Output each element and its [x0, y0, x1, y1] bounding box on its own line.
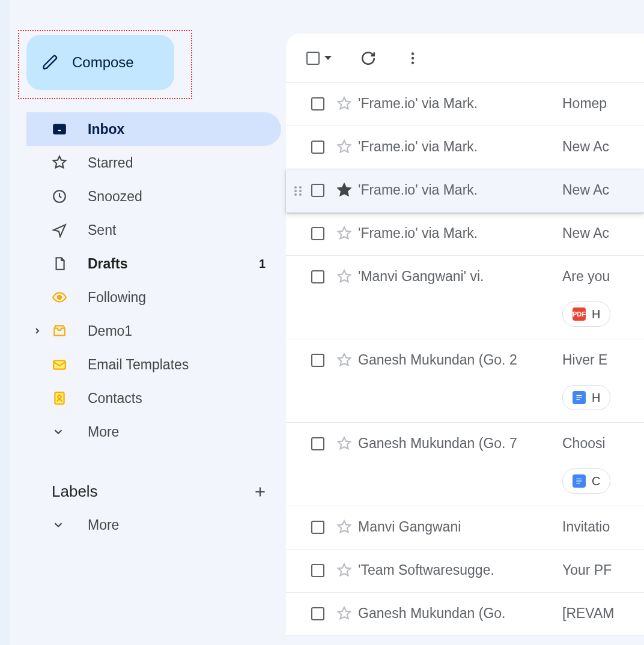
svg-point-21	[294, 186, 297, 189]
sidebar-item-label: Following	[88, 289, 146, 306]
row-checkbox[interactable]	[305, 562, 330, 577]
star-button[interactable]	[330, 138, 358, 155]
clock-icon	[52, 189, 76, 204]
thread-count: 7	[509, 435, 517, 451]
sidebar-item-demo1[interactable]: Demo1	[26, 314, 281, 348]
refresh-button[interactable]	[360, 50, 376, 66]
email-subject: Your PF	[562, 562, 612, 578]
email-row[interactable]: 'Frame.io' via Mark. New Ac	[286, 169, 644, 213]
labels-more[interactable]: More	[26, 508, 281, 542]
star-button[interactable]	[330, 435, 358, 452]
star-button[interactable]	[330, 225, 358, 241]
send-icon	[52, 222, 76, 238]
sidebar-item-label: Inbox	[88, 121, 124, 138]
attachment-chip[interactable]: C	[562, 468, 610, 494]
compose-label: Compose	[72, 54, 134, 71]
star-button[interactable]	[330, 95, 358, 112]
doc-icon	[573, 391, 586, 404]
email-subject: Choosi	[562, 435, 610, 452]
row-checkbox[interactable]	[305, 225, 330, 240]
row-checkbox[interactable]	[305, 181, 330, 197]
svg-rect-45	[576, 395, 582, 396]
sidebar-item-count: 1	[259, 257, 266, 271]
attachment-label: C	[592, 474, 600, 488]
email-sender: 'Frame.io' via Mark.	[358, 95, 562, 112]
file-icon	[52, 256, 76, 271]
row-checkbox[interactable]	[305, 435, 330, 450]
attachment-label: H	[592, 391, 600, 405]
email-subject: New Ac	[562, 138, 609, 155]
email-sender: Manvi Gangwani	[358, 518, 562, 535]
email-row[interactable]: 'Manvi Gangwani' vi. Are you PDFH	[286, 256, 644, 339]
sidebar-item-inbox[interactable]: Inbox	[26, 112, 281, 146]
sidebar-item-label: Email Templates	[88, 357, 189, 373]
sidebar-item-email-templates[interactable]: Email Templates	[26, 348, 281, 381]
svg-point-2	[58, 295, 62, 300]
email-subject: New Ac	[562, 181, 609, 198]
svg-point-24	[299, 190, 302, 192]
email-row[interactable]: 'Team Softwaresugge. Your PF	[286, 550, 644, 593]
svg-point-26	[299, 193, 302, 196]
pencil-icon	[42, 54, 59, 71]
sidebar-item-starred[interactable]: Starred	[26, 146, 281, 180]
email-row[interactable]: 'Frame.io' via Mark. New Ac	[286, 126, 644, 169]
email-row[interactable]: 'Frame.io' via Mark. Homep	[286, 83, 644, 126]
email-row[interactable]: 'Frame.io' via Mark. New Ac	[286, 213, 644, 256]
email-row[interactable]: Manvi Gangwani Invitatio	[286, 506, 644, 550]
svg-rect-54	[576, 479, 582, 479]
email-row[interactable]: Ganesh Mukundan (Go. 7 Choosi C	[286, 423, 644, 506]
sidebar-item-drafts[interactable]: Drafts1	[26, 247, 281, 280]
sidebar-item-label: Demo1	[88, 323, 132, 339]
svg-point-6	[412, 52, 414, 55]
left-edge-strip	[0, 0, 10, 645]
star-button[interactable]	[330, 268, 358, 285]
row-checkbox[interactable]	[305, 268, 330, 283]
svg-point-8	[412, 61, 414, 64]
sidebar-item-more[interactable]: More	[26, 415, 281, 449]
compose-button[interactable]: Compose	[26, 35, 174, 90]
row-checkbox[interactable]	[305, 518, 330, 534]
row-checkbox[interactable]	[305, 605, 330, 620]
star-icon	[52, 155, 76, 171]
drag-handle-icon[interactable]	[291, 181, 305, 198]
main-pane: 'Frame.io' via Mark. Homep 'Frame.io' vi…	[286, 34, 644, 636]
sidebar-item-contacts[interactable]: Contacts	[26, 381, 281, 415]
chevron-right-icon[interactable]	[32, 326, 42, 336]
email-row[interactable]: Ganesh Mukundan (Go. 2 Hiver E H	[286, 339, 644, 423]
eye-icon	[52, 289, 76, 305]
select-all-checkbox[interactable]	[306, 52, 332, 65]
attachment-chip[interactable]: H	[562, 385, 610, 410]
inbox-icon	[52, 121, 76, 137]
sidebar-item-snoozed[interactable]: Snoozed	[26, 180, 281, 213]
pdf-icon: PDF	[573, 307, 586, 321]
star-button[interactable]	[330, 562, 358, 578]
email-subject: [REVAM	[562, 605, 614, 622]
email-row[interactable]: Ganesh Mukundan (Go. [REVAM	[286, 593, 644, 636]
sidebar-item-label: Starred	[88, 155, 133, 171]
toolbar	[286, 34, 644, 83]
sidebar-item-label: Sent	[88, 222, 116, 238]
svg-point-7	[412, 56, 414, 59]
star-button[interactable]	[330, 351, 358, 368]
thread-count: 2	[509, 352, 517, 368]
row-checkbox[interactable]	[305, 95, 330, 111]
svg-point-22	[299, 186, 302, 189]
sidebar-item-label: Contacts	[88, 390, 142, 407]
row-checkbox[interactable]	[305, 138, 330, 154]
more-button[interactable]	[405, 50, 421, 66]
add-label-button[interactable]	[252, 484, 268, 500]
sidebar-item-label: Snoozed	[88, 189, 142, 205]
sidebar-item-sent[interactable]: Sent	[26, 213, 281, 247]
star-button[interactable]	[330, 518, 358, 535]
svg-rect-47	[576, 399, 580, 400]
sidebar-item-following[interactable]: Following	[26, 280, 281, 314]
svg-rect-56	[576, 483, 580, 483]
star-button[interactable]	[330, 181, 358, 198]
email-sender: 'Frame.io' via Mark.	[358, 225, 562, 241]
star-button[interactable]	[330, 605, 358, 622]
tray-icon	[52, 323, 76, 339]
row-checkbox[interactable]	[305, 351, 330, 367]
email-subject: New Ac	[562, 225, 609, 241]
attachment-chip[interactable]: PDFH	[562, 301, 610, 327]
svg-point-5	[58, 395, 61, 398]
